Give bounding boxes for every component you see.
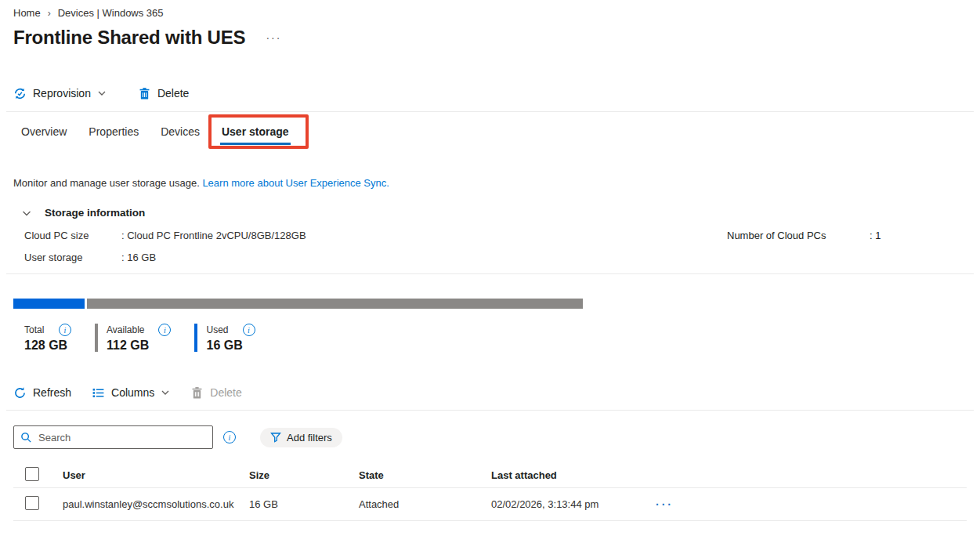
column-header-user[interactable]: User [63, 469, 249, 481]
row-checkbox-cell [13, 496, 63, 512]
page-title: Frontline Shared with UES [13, 27, 245, 49]
select-all-checkbox[interactable] [25, 467, 39, 481]
section-title: Storage information [45, 207, 145, 219]
cell-size: 16 GB [249, 498, 359, 510]
sync-check-icon [13, 87, 27, 100]
storage-legend: Total i 128 GB Available i 112 GB Used [13, 324, 967, 353]
delete-label: Delete [157, 87, 189, 100]
legend-total-label: Total [24, 324, 45, 335]
columns-label: Columns [111, 386, 154, 399]
field-number-of-cloud-pcs: Number of Cloud PCs : 1 [727, 230, 881, 241]
tab-user-storage[interactable]: User storage [214, 114, 297, 149]
field-user-storage: User storage : 16 GB [24, 252, 967, 263]
refresh-icon [13, 386, 27, 400]
column-header-last-attached[interactable]: Last attached [491, 469, 656, 481]
row-more-icon[interactable]: ··· [656, 498, 967, 511]
tab-bar: Overview Properties Devices User storage [13, 114, 967, 150]
storage-usage-bar [13, 299, 583, 309]
toolbar-divider [6, 111, 974, 112]
add-filters-button[interactable]: Add filters [260, 428, 342, 447]
section-divider [6, 273, 974, 274]
page-description: Monitor and manage user storage usage. L… [13, 177, 967, 189]
breadcrumb: Home › Devices | Windows 365 [13, 0, 967, 19]
search-input[interactable] [38, 432, 206, 443]
columns-button[interactable]: Columns [92, 386, 170, 400]
user-storage-table: User Size State Last attached paul.winst… [13, 462, 967, 521]
field-value: : Cloud PC Frontline 2vCPU/8GB/128GB [121, 230, 306, 241]
field-label: Cloud PC size [24, 230, 121, 241]
legend-available-value: 112 GB [107, 338, 171, 353]
add-filters-label: Add filters [287, 432, 332, 443]
reprovision-label: Reprovision [33, 87, 91, 100]
breadcrumb-home[interactable]: Home [13, 7, 41, 19]
tab-overview[interactable]: Overview [13, 114, 74, 149]
storage-bar-used-segment [13, 299, 85, 309]
learn-more-link[interactable]: Learn more about User Experience Sync. [202, 177, 389, 189]
title-more-icon[interactable]: ··· [266, 31, 281, 44]
title-row: Frontline Shared with UES ··· [13, 27, 967, 49]
funnel-icon [270, 432, 281, 443]
cell-state: Attached [359, 498, 491, 510]
tab-devices[interactable]: Devices [153, 114, 208, 149]
legend-total: Total i 128 GB [24, 324, 71, 353]
legend-used: Used i 16 GB [194, 324, 255, 353]
description-text: Monitor and manage user storage usage. [13, 177, 202, 189]
legend-available: Available i 112 GB [95, 324, 171, 353]
row-checkbox[interactable] [25, 496, 39, 510]
search-icon [20, 432, 32, 443]
chevron-down-icon [97, 89, 107, 98]
trash-disabled-icon [190, 386, 204, 400]
legend-used-marker [194, 324, 197, 352]
column-header-state[interactable]: State [359, 469, 491, 481]
info-icon[interactable]: i [158, 324, 171, 336]
trash-icon [138, 87, 151, 100]
delete-rows-label: Delete [210, 386, 241, 399]
breadcrumb-separator-icon: › [48, 8, 51, 19]
info-icon[interactable]: i [243, 324, 255, 336]
cell-user: paul.winstanley@sccmsolutions.co.uk [63, 498, 249, 510]
breadcrumb-devices-windows365[interactable]: Devices | Windows 365 [58, 7, 164, 19]
legend-used-value: 16 GB [206, 338, 255, 353]
table-header-row: User Size State Last attached [13, 462, 967, 488]
cell-last-attached: 02/02/2026, 3:13:44 pm [491, 498, 656, 510]
section-chevron-down-icon[interactable] [21, 208, 32, 219]
legend-available-marker [95, 324, 98, 352]
table-row[interactable]: paul.winstanley@sccmsolutions.co.uk 16 G… [13, 488, 967, 521]
reprovision-button[interactable]: Reprovision [13, 87, 107, 100]
grid-toolbar-divider [6, 410, 974, 411]
delete-rows-button[interactable]: Delete [190, 386, 241, 400]
legend-used-label: Used [206, 324, 228, 335]
delete-button[interactable]: Delete [138, 87, 189, 100]
filter-bar: i Add filters [13, 425, 967, 449]
storage-bar-available-segment [87, 299, 583, 309]
field-value: : 16 GB [121, 252, 156, 263]
field-label: Number of Cloud PCs [727, 230, 870, 241]
storage-information-header[interactable]: Storage information [13, 207, 967, 219]
field-value: : 1 [870, 230, 881, 241]
field-label: User storage [24, 252, 121, 263]
refresh-label: Refresh [33, 386, 71, 399]
refresh-button[interactable]: Refresh [13, 386, 71, 400]
chevron-down-icon [161, 388, 170, 397]
command-bar: Reprovision Delete [13, 81, 967, 105]
legend-total-value: 128 GB [24, 338, 71, 353]
header-checkbox-cell [13, 467, 63, 483]
info-icon[interactable]: i [59, 324, 71, 336]
column-header-size[interactable]: Size [249, 469, 359, 481]
info-icon[interactable]: i [223, 431, 236, 443]
grid-toolbar: Refresh Columns [13, 382, 967, 404]
columns-icon [92, 386, 105, 400]
tab-properties[interactable]: Properties [81, 114, 146, 149]
storage-info-fields: Cloud PC size : Cloud PC Frontline 2vCPU… [13, 230, 967, 263]
legend-available-label: Available [107, 324, 144, 335]
user-storage-page: Home › Devices | Windows 365 Frontline S… [0, 0, 980, 521]
search-box[interactable] [13, 425, 213, 449]
